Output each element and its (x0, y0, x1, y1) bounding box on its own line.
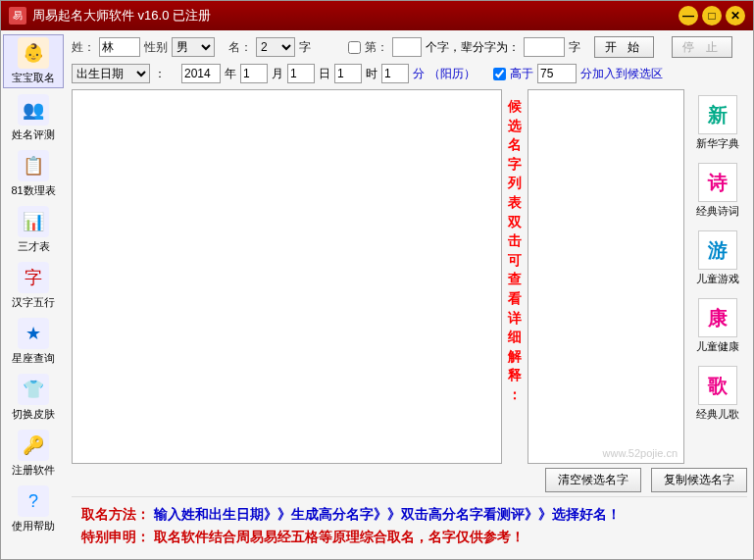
footer-l1-body: 输入姓和出生日期》》生成高分名字》》双击高分名字看测评》》选择好名！ (154, 506, 621, 522)
copy-candidates-button[interactable]: 复制候选名字 (651, 468, 747, 492)
month-label: 月 (272, 66, 283, 82)
sidebar: 👶宝宝取名👥姓名评测📋81数理表📊三才表字汉字五行★星座查询👕切换皮肤🔑注册软件… (1, 30, 66, 559)
sidebar-item-0[interactable]: 👶宝宝取名 (3, 34, 64, 88)
tool-icon: 游 (698, 230, 737, 270)
gaoyu-input[interactable] (537, 64, 577, 83)
birth-colon: ： (154, 66, 166, 82)
sidebar-icon: ? (18, 485, 49, 517)
day-label: 日 (319, 66, 330, 82)
sidebar-icon: 📊 (18, 206, 49, 237)
clear-candidates-button[interactable]: 清空候选名字 (545, 468, 641, 492)
tool-item-3[interactable]: 康儿童健康 (690, 298, 745, 354)
sidebar-item-label: 宝宝取名 (12, 71, 55, 85)
stop-button[interactable]: 停 止 (672, 36, 731, 58)
sidebar-item-2[interactable]: 📋81数理表 (3, 148, 64, 200)
sidebar-item-4[interactable]: 字汉字五行 (3, 260, 64, 312)
sidebar-item-label: 汉字五行 (12, 295, 55, 310)
tool-item-4[interactable]: 歌经典儿歌 (690, 366, 745, 422)
gaoyu-suffix: 分加入到候选区 (580, 66, 663, 82)
sidebar-item-label: 星座查询 (12, 351, 55, 366)
sidebar-item-label: 81数理表 (11, 183, 55, 198)
sidebar-icon: 📋 (18, 150, 49, 181)
minute-input[interactable] (381, 64, 409, 83)
sidebar-item-label: 使用帮助 (12, 519, 55, 534)
start-button[interactable]: 开 始 (594, 36, 654, 58)
tool-label: 儿童健康 (696, 339, 739, 354)
tool-icon: 歌 (698, 366, 737, 405)
surname-input[interactable] (99, 37, 140, 57)
beifen-unit: 字 (569, 39, 580, 56)
beifen-input[interactable] (524, 37, 565, 57)
sidebar-item-label: 姓名评测 (12, 127, 55, 142)
sidebar-item-1[interactable]: 👥姓名评测 (3, 92, 64, 144)
minimize-button[interactable]: — (679, 6, 698, 25)
gaoyu-checkbox[interactable] (493, 68, 506, 80)
sidebar-icon: ★ (18, 318, 49, 349)
candidate-hint: 候选名字列表双击可查看详细解释： (506, 89, 524, 464)
hour-input[interactable] (334, 64, 362, 83)
sidebar-item-8[interactable]: ?使用帮助 (3, 484, 64, 535)
year-label: 年 (225, 66, 236, 82)
tool-icon: 诗 (698, 163, 737, 202)
sidebar-item-label: 三才表 (18, 239, 50, 254)
di-checkbox[interactable] (348, 41, 361, 54)
name-unit: 字 (299, 39, 311, 56)
di-input[interactable] (392, 37, 422, 57)
tool-icon: 康 (698, 298, 737, 337)
sidebar-item-6[interactable]: 👕切换皮肤 (3, 372, 64, 424)
results-panel[interactable] (72, 89, 502, 464)
gender-label: 性别 (144, 39, 168, 56)
sidebar-icon: 👥 (18, 94, 49, 126)
tool-label: 儿童游戏 (696, 272, 739, 286)
sidebar-icon: 🔑 (18, 430, 49, 461)
day-input[interactable] (287, 64, 315, 83)
minute-label: 分 (413, 66, 425, 82)
footer: 取名方法： 输入姓和出生日期》》生成高分名字》》双击高分名字看测评》》选择好名！… (72, 496, 747, 553)
surname-label: 姓： (72, 39, 95, 56)
sidebar-item-3[interactable]: 📊三才表 (3, 204, 64, 256)
candidate-panel[interactable]: www.52pojie.cn (528, 89, 684, 464)
sidebar-item-label: 切换皮肤 (12, 407, 55, 422)
di-suffix: 个字，辈分字为： (426, 39, 520, 56)
name-count-select[interactable]: 2 (256, 37, 295, 57)
gender-select[interactable]: 男 (172, 37, 215, 57)
sidebar-icon: 👶 (18, 37, 49, 69)
name-label: 名： (228, 39, 252, 56)
gaoyu-label: 高于 (510, 66, 533, 82)
watermark: www.52pojie.cn (603, 447, 678, 459)
tool-item-1[interactable]: 诗经典诗词 (690, 163, 745, 219)
hour-label: 时 (366, 66, 377, 82)
sidebar-item-5[interactable]: ★星座查询 (3, 316, 64, 368)
tool-label: 经典诗词 (696, 204, 739, 219)
calendar-label: （阳历） (428, 66, 476, 82)
tool-label: 经典儿歌 (696, 407, 739, 422)
app-icon: 易 (9, 7, 26, 25)
right-tools: 新新华字典诗经典诗词游儿童游戏康儿童健康歌经典儿歌 (688, 89, 747, 464)
footer-l1-prefix: 取名方法： (81, 506, 150, 522)
sidebar-icon: 字 (18, 262, 49, 293)
tool-item-2[interactable]: 游儿童游戏 (690, 230, 745, 286)
sidebar-item-label: 注册软件 (12, 463, 55, 478)
month-input[interactable] (240, 64, 268, 83)
birth-label-select[interactable]: 出生日期 (72, 64, 150, 83)
window-title: 周易起名大师软件 v16.0 已注册 (32, 7, 675, 25)
maximize-button[interactable]: □ (702, 6, 722, 25)
tool-item-0[interactable]: 新新华字典 (690, 95, 745, 151)
footer-l2-prefix: 特别申明： (81, 529, 150, 544)
tool-icon: 新 (698, 95, 737, 134)
tool-label: 新华字典 (696, 136, 739, 151)
di-label: 第： (365, 39, 388, 56)
titlebar: 易 周易起名大师软件 v16.0 已注册 — □ ✕ (1, 1, 753, 30)
sidebar-icon: 👕 (18, 374, 49, 405)
footer-l2-body: 取名软件结合周易易经五格等原理综合取名，名字仅供参考！ (154, 529, 525, 544)
close-button[interactable]: ✕ (726, 6, 745, 25)
sidebar-item-7[interactable]: 🔑注册软件 (3, 428, 64, 480)
year-input[interactable] (181, 64, 221, 83)
